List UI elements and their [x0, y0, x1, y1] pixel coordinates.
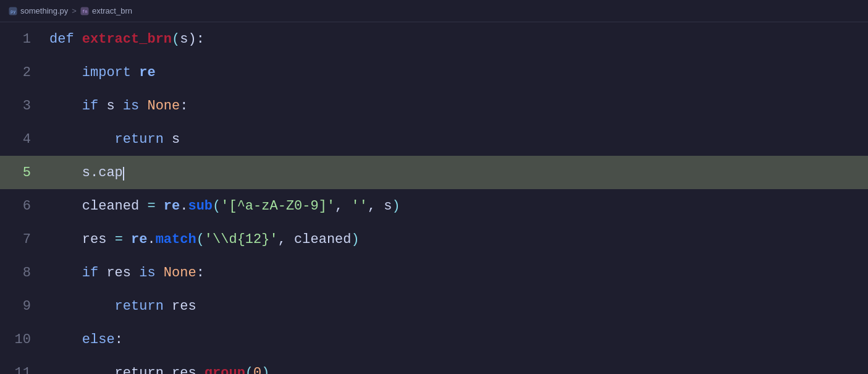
table-row: 9 return res — [0, 289, 868, 323]
code-token: import — [49, 65, 139, 80]
code-token: ) — [261, 365, 269, 375]
code-token: : — [196, 265, 204, 281]
line-number: 4 — [0, 122, 43, 156]
code-token: ( — [196, 232, 204, 247]
code-token: ) — [352, 232, 360, 247]
svg-text:py: py — [11, 9, 15, 14]
code-editor[interactable]: 1def extract_brn(s):2 import re3 if s is… — [0, 22, 868, 374]
line-content[interactable]: if s is None: — [43, 89, 868, 122]
table-row: 8 if res is None: — [0, 256, 868, 289]
line-number: 10 — [0, 323, 43, 356]
code-token: , — [368, 198, 384, 214]
line-content[interactable]: res = re.match('\\d{12}', cleaned) — [43, 223, 868, 256]
line-content[interactable]: return res — [43, 289, 868, 323]
code-token: extract_brn — [82, 32, 172, 47]
code-token: re — [139, 65, 155, 80]
code-token: s.cap — [49, 165, 123, 181]
code-token: , — [278, 232, 294, 247]
code-token: , — [335, 198, 351, 214]
code-token: s — [180, 32, 188, 47]
code-token: is — [123, 98, 148, 114]
code-token: s — [172, 132, 180, 147]
svg-text:fn: fn — [82, 9, 87, 14]
code-token: ( — [172, 32, 180, 47]
code-token: res — [172, 299, 196, 314]
code-token: ( — [245, 365, 253, 375]
breadcrumb: py something.py > fn extract_brn — [0, 0, 868, 22]
breadcrumb-filename: something.py — [20, 6, 68, 15]
code-token: = — [115, 232, 131, 247]
function-icon: fn — [80, 7, 89, 15]
code-token: . — [147, 232, 155, 247]
line-content[interactable]: return res.group(0) — [43, 356, 868, 374]
table-row: 5 s.cap — [0, 156, 868, 189]
code-token: : — [115, 332, 123, 347]
code-token: '\\d{12}' — [204, 232, 278, 247]
code-token: ( — [213, 198, 221, 214]
line-content[interactable]: if res is None: — [43, 256, 868, 289]
code-token: if — [49, 98, 106, 114]
code-token: '[^a-zA-Z0-9]' — [221, 198, 335, 214]
line-number: 8 — [0, 256, 43, 289]
code-token: ) — [392, 198, 400, 214]
table-row: 4 return s — [0, 122, 868, 156]
code-token: def — [49, 32, 82, 47]
line-content[interactable]: def extract_brn(s): — [43, 22, 868, 56]
line-number: 5 — [0, 156, 43, 189]
code-token: match — [156, 232, 196, 247]
line-number: 6 — [0, 189, 43, 223]
line-content[interactable]: s.cap — [43, 156, 868, 189]
code-token: s — [384, 198, 392, 214]
code-token: if — [49, 265, 106, 281]
code-token: ): — [188, 32, 204, 47]
code-token: . — [180, 198, 188, 214]
code-token: is — [139, 265, 164, 281]
table-row: 2 import re — [0, 56, 868, 89]
line-number: 1 — [0, 22, 43, 56]
code-token: return res. — [49, 365, 204, 375]
line-number: 7 — [0, 223, 43, 256]
code-token: group — [204, 365, 245, 375]
code-table: 1def extract_brn(s):2 import re3 if s is… — [0, 22, 868, 374]
code-token: re — [164, 198, 180, 214]
line-number: 9 — [0, 289, 43, 323]
code-token: re — [131, 232, 147, 247]
code-token: return — [49, 299, 172, 314]
code-token: cleaned — [49, 198, 147, 214]
code-token: None — [147, 98, 180, 114]
code-token: res — [49, 232, 115, 247]
line-number: 3 — [0, 89, 43, 122]
table-row: 1def extract_brn(s): — [0, 22, 868, 56]
line-number: 2 — [0, 56, 43, 89]
code-token: None — [164, 265, 196, 281]
code-token: s — [106, 98, 122, 114]
code-token: = — [147, 198, 163, 214]
code-token: else — [49, 332, 115, 347]
python-file-icon: py — [9, 7, 17, 15]
table-row: 3 if s is None: — [0, 89, 868, 122]
code-token: res — [106, 265, 139, 281]
breadcrumb-function-item[interactable]: fn extract_brn — [80, 6, 132, 15]
line-content[interactable]: return s — [43, 122, 868, 156]
breadcrumb-separator: > — [72, 6, 77, 15]
table-row: 6 cleaned = re.sub('[^a-zA-Z0-9]', '', s… — [0, 189, 868, 223]
code-token: return — [49, 132, 172, 147]
breadcrumb-function: extract_brn — [92, 6, 132, 15]
line-content[interactable]: cleaned = re.sub('[^a-zA-Z0-9]', '', s) — [43, 189, 868, 223]
line-content[interactable]: import re — [43, 56, 868, 89]
line-number: 11 — [0, 356, 43, 374]
breadcrumb-file[interactable]: py something.py — [9, 6, 68, 15]
code-token: cleaned — [294, 232, 351, 247]
table-row: 11 return res.group(0) — [0, 356, 868, 374]
code-token: sub — [188, 198, 213, 214]
table-row: 10 else: — [0, 323, 868, 356]
table-row: 7 res = re.match('\\d{12}', cleaned) — [0, 223, 868, 256]
line-content[interactable]: else: — [43, 323, 868, 356]
code-token: 0 — [253, 365, 261, 375]
code-token: : — [180, 98, 188, 114]
text-cursor — [123, 167, 124, 181]
code-token: '' — [352, 198, 368, 214]
